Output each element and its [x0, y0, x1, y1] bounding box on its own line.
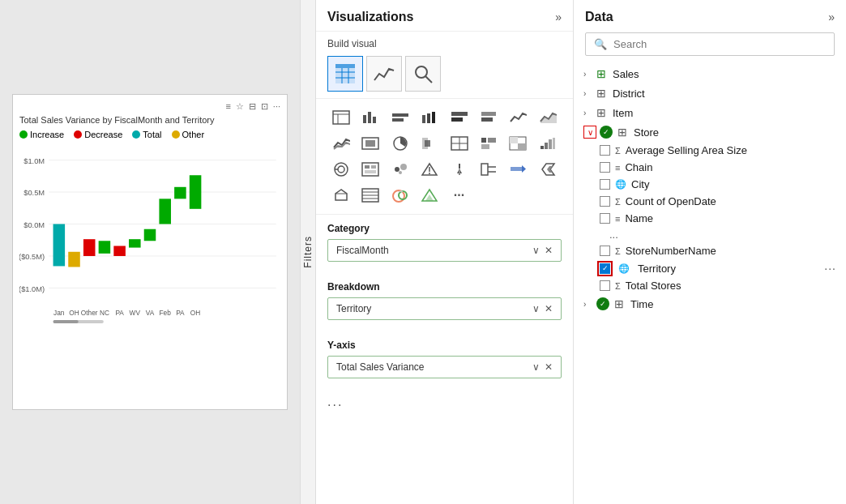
average-selling-checkbox[interactable]	[600, 145, 610, 156]
svg-rect-51	[451, 112, 468, 116]
store-child-name[interactable]: ≡ Name	[577, 210, 843, 227]
category-clear-icon[interactable]: ✕	[545, 245, 553, 256]
viz-icon-15[interactable]	[504, 131, 532, 156]
tree-item-store[interactable]: ∨ ⊞ Store	[577, 122, 843, 142]
svg-rect-33	[335, 64, 355, 68]
svg-text:$0.5M: $0.5M	[24, 189, 45, 197]
legend-label-total: Total	[143, 130, 161, 139]
store-child-territory[interactable]: 🌐 Territory ···	[577, 259, 843, 277]
filter-icon[interactable]: ⊟	[249, 101, 256, 112]
tree-item-item[interactable]: › ⊞ Item	[577, 103, 843, 122]
breakdown-chevron-icon[interactable]: ∨	[532, 303, 540, 314]
totalstores-checkbox[interactable]	[600, 280, 610, 291]
category-pill-icons: ∨ ✕	[532, 245, 553, 256]
tree-item-district[interactable]: › ⊞ District	[577, 83, 843, 103]
viz-icon-2[interactable]	[357, 105, 384, 130]
tree-item-time[interactable]: › ⊞ Time	[577, 294, 843, 314]
sales-label: Sales	[613, 68, 639, 80]
breakdown-field-pill[interactable]: Territory ∨ ✕	[327, 297, 562, 320]
viz-icon-17[interactable]	[327, 157, 355, 182]
viz-icon-8[interactable]	[534, 105, 562, 130]
viz-icon-3[interactable]	[387, 105, 414, 130]
yaxis-clear-icon[interactable]: ✕	[545, 361, 553, 373]
breakdown-clear-icon[interactable]: ✕	[545, 303, 553, 314]
svg-rect-73	[553, 138, 555, 149]
viz-icon-6[interactable]	[475, 105, 502, 130]
svg-rect-52	[451, 117, 463, 122]
chart-legend: Increase Decrease Total Other	[19, 130, 280, 139]
store-child-storenumbername[interactable]: Σ StoreNumberName	[577, 242, 843, 259]
viz-icon-9[interactable]	[327, 131, 355, 156]
tree-item-sales[interactable]: › ⊞ Sales	[577, 64, 843, 83]
svg-marker-94	[522, 165, 526, 173]
viz-icon-13[interactable]	[446, 131, 473, 156]
chain-checkbox[interactable]	[600, 162, 610, 173]
svg-point-83	[399, 171, 402, 174]
item-label: Item	[613, 107, 633, 119]
viz-icon-20[interactable]	[416, 157, 443, 182]
data-panel-collapse-button[interactable]: »	[828, 11, 835, 23]
chart-toolbar: ≡ ☆ ⊟ ⊡ ···	[19, 101, 280, 112]
viz-icon-25[interactable]	[327, 183, 355, 207]
search-viz-button[interactable]	[405, 56, 441, 92]
data-search-box[interactable]: 🔍	[585, 32, 835, 56]
viz-icon-22[interactable]	[475, 157, 502, 182]
territory-checkbox[interactable]	[600, 263, 610, 274]
viz-icon-27[interactable]	[387, 183, 414, 207]
svg-line-39	[425, 76, 432, 83]
legend-dot-increase	[19, 130, 28, 139]
viz-icon-26[interactable]	[357, 183, 384, 207]
viz-icon-16[interactable]	[534, 131, 562, 156]
viz-collapse-button[interactable]: »	[555, 11, 562, 23]
expand-icon[interactable]: ⊡	[261, 101, 268, 112]
yaxis-section: Y-axis Total Sales Variance ∨ ✕	[316, 331, 573, 390]
more-icon[interactable]: ···	[273, 101, 280, 112]
table-viz-button[interactable]	[327, 56, 363, 92]
svg-rect-57	[365, 140, 375, 147]
viz-icon-7[interactable]	[504, 105, 532, 130]
city-checkbox[interactable]	[600, 179, 610, 190]
viz-icon-24[interactable]	[534, 157, 562, 182]
store-child-average-selling[interactable]: Σ Average Selling Area Size	[577, 142, 843, 159]
store-expand-icon[interactable]: ∨	[583, 126, 596, 139]
store-child-city[interactable]: 🌐 City	[577, 176, 843, 193]
category-chevron-icon[interactable]: ∨	[532, 245, 540, 256]
viz-icon-4[interactable]	[416, 105, 443, 130]
svg-rect-49	[427, 113, 430, 123]
viz-icon-11[interactable]	[387, 131, 414, 156]
store-child-opendate[interactable]: Σ Count of OpenDate	[577, 193, 843, 210]
svg-rect-44	[368, 112, 371, 123]
pin-icon[interactable]: ☆	[236, 101, 244, 112]
svg-point-82	[400, 164, 407, 170]
filters-sidebar[interactable]: Filters	[300, 0, 316, 504]
viz-icon-1[interactable]	[327, 105, 355, 130]
line-viz-button[interactable]	[366, 56, 402, 92]
yaxis-chevron-icon[interactable]: ∨	[532, 361, 540, 373]
name-checkbox[interactable]	[600, 213, 610, 224]
viz-icon-19[interactable]	[387, 157, 414, 182]
store-child-chain[interactable]: ≡ Chain	[577, 159, 843, 176]
store-child-totalstores[interactable]: Σ Total Stores	[577, 277, 843, 294]
opendate-checkbox[interactable]	[600, 196, 610, 207]
svg-rect-47	[392, 118, 404, 122]
viz-icon-10[interactable]	[357, 131, 384, 156]
search-input[interactable]	[613, 38, 826, 50]
viz-icon-5[interactable]	[446, 105, 473, 130]
viz-icon-18[interactable]	[357, 157, 384, 182]
category-field-pill[interactable]: FiscalMonth ∨ ✕	[327, 239, 562, 262]
svg-rect-46	[392, 113, 408, 117]
viz-icon-21[interactable]	[446, 157, 473, 182]
svg-rect-19	[190, 175, 202, 209]
viz-icon-23[interactable]	[504, 157, 532, 182]
svg-text:WV: WV	[130, 309, 141, 317]
svg-text:VA: VA	[146, 309, 155, 317]
viz-icon-28[interactable]	[416, 183, 443, 207]
yaxis-field-pill[interactable]: Total Sales Variance ∨ ✕	[327, 356, 562, 378]
viz-icon-12[interactable]	[416, 131, 443, 156]
territory-more-icon[interactable]: ···	[824, 262, 836, 275]
storenumbername-checkbox[interactable]	[600, 246, 610, 256]
viz-icon-14[interactable]	[475, 131, 502, 156]
svg-rect-72	[549, 139, 552, 149]
viz-icon-29[interactable]: ···	[446, 183, 473, 207]
format-icon[interactable]: ≡	[225, 101, 230, 112]
